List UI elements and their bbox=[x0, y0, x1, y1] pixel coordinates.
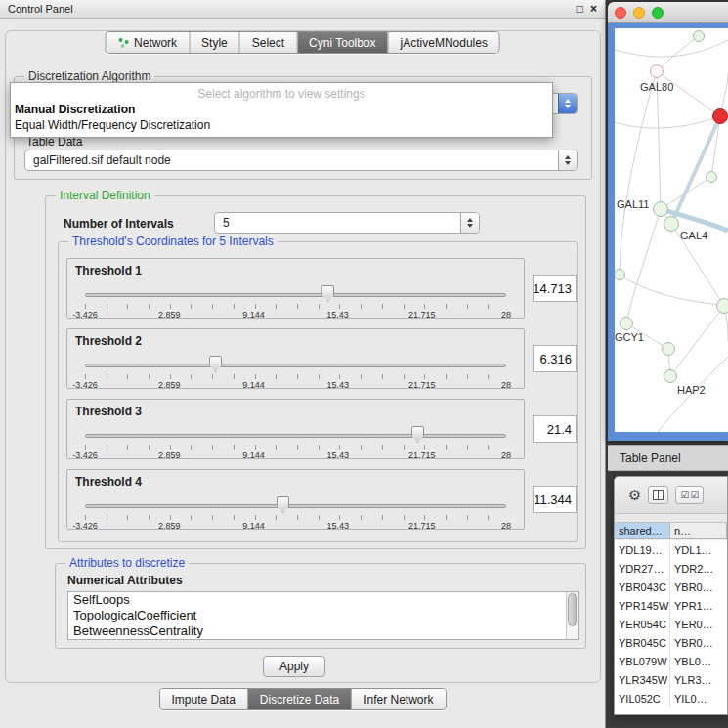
scale-label: 28 bbox=[501, 310, 511, 320]
threshold-value-field[interactable]: 6.316 bbox=[533, 345, 577, 372]
float-window-icon[interactable]: □ bbox=[577, 2, 583, 16]
slider-handle[interactable] bbox=[411, 426, 424, 443]
list-item[interactable]: BetweennessCentrality bbox=[68, 623, 578, 639]
node-label: HAP2 bbox=[677, 384, 706, 396]
algorithm-option[interactable]: Manual Discretization bbox=[11, 102, 552, 117]
scrollbar-thumb[interactable] bbox=[568, 593, 577, 626]
scale-label: 21.715 bbox=[408, 450, 436, 460]
tab-label: jActiveMNodules bbox=[401, 36, 488, 50]
num-intervals-combobox[interactable]: 5 bbox=[214, 212, 480, 234]
network-node[interactable] bbox=[712, 108, 728, 124]
slider-handle[interactable] bbox=[209, 356, 222, 372]
network-node[interactable] bbox=[693, 30, 705, 42]
list-scrollbar[interactable] bbox=[566, 592, 578, 639]
list-item[interactable]: SelfLoops bbox=[68, 592, 578, 608]
cell-shared-name: YER054C bbox=[615, 615, 670, 633]
checkbox-icon: ☑ bbox=[680, 491, 689, 500]
tab-jactivemnodules[interactable]: jActiveMNodules bbox=[388, 32, 499, 53]
tab-select[interactable]: Select bbox=[239, 32, 296, 53]
close-traffic-light-icon[interactable] bbox=[615, 7, 626, 19]
algorithm-options: Manual DiscretizationEqual Width/Frequen… bbox=[11, 102, 552, 133]
network-icon bbox=[117, 37, 129, 49]
algorithm-dropdown-popup: Select algorithm to view settings Manual… bbox=[10, 82, 553, 138]
num-intervals-value: 5 bbox=[215, 213, 460, 233]
combobox-stepper-icon[interactable] bbox=[558, 94, 577, 113]
thresholds-group: Threshold's Coordinates for 5 Intervals … bbox=[58, 241, 578, 542]
threshold-value-field[interactable]: 21.4 bbox=[533, 415, 577, 443]
combobox-stepper-icon[interactable] bbox=[558, 150, 577, 170]
network-node[interactable] bbox=[620, 317, 633, 330]
table-row[interactable]: YPR145WYPR1… bbox=[615, 596, 727, 615]
cell-name: YER0… bbox=[670, 615, 727, 633]
threshold-slider[interactable]: -3.4262.8599.14415.4321.71528 bbox=[85, 284, 506, 318]
numerical-attributes-list[interactable]: SelfLoopsTopologicalCoefficientBetweenne… bbox=[67, 591, 579, 640]
table-row[interactable]: YBL079WYBL0… bbox=[615, 652, 727, 670]
network-window-titlebar[interactable] bbox=[608, 2, 728, 23]
table-data-combobox[interactable]: galFiltered.sif default node bbox=[24, 150, 578, 171]
tab-label: Cyni Toolbox bbox=[309, 36, 375, 50]
apply-button[interactable]: Apply bbox=[263, 656, 325, 677]
list-item[interactable]: TopologicalCoefficient bbox=[68, 608, 578, 623]
combobox-stepper-icon[interactable] bbox=[460, 213, 479, 233]
table-row[interactable]: YDL19…YDL1… bbox=[615, 540, 727, 559]
threshold-label: Threshold 1 bbox=[75, 264, 142, 278]
column-layout-button[interactable] bbox=[648, 486, 668, 504]
tab-infer-network[interactable]: Infer Network bbox=[351, 689, 445, 709]
slider-handle[interactable] bbox=[277, 496, 289, 513]
threshold-value-field[interactable]: 11.344 bbox=[533, 486, 577, 513]
threshold-slider[interactable]: -3.4262.8599.14415.4321.71528 bbox=[85, 355, 506, 388]
network-node[interactable] bbox=[653, 201, 668, 217]
slider-track[interactable] bbox=[85, 434, 506, 438]
attribute-items: SelfLoopsTopologicalCoefficientBetweenne… bbox=[68, 592, 578, 639]
network-node[interactable] bbox=[706, 171, 717, 183]
minimize-traffic-light-icon[interactable] bbox=[633, 7, 645, 19]
scale-label: 15.43 bbox=[326, 521, 349, 531]
tab-label: Select bbox=[252, 36, 284, 50]
table-row[interactable]: YBR045CYBR0… bbox=[615, 633, 727, 652]
cell-name: YBR0… bbox=[670, 578, 727, 596]
network-canvas[interactable]: GAL80GAL11GAL4GCY1HAP2 bbox=[615, 28, 728, 432]
select-columns-button[interactable]: ☑ ☑ bbox=[675, 486, 704, 504]
cell-shared-name: YIL052C bbox=[615, 689, 670, 707]
column-header-shared-name[interactable]: shared… bbox=[615, 523, 670, 538]
threshold-value-field[interactable]: 14.713 bbox=[533, 275, 577, 302]
cell-shared-name: YBR043C bbox=[615, 578, 670, 596]
network-node[interactable] bbox=[650, 64, 664, 78]
scale-label: 2.859 bbox=[158, 450, 181, 460]
network-view-window: GAL80GAL11GAL4GCY1HAP2 bbox=[608, 2, 728, 441]
zoom-traffic-light-icon[interactable] bbox=[652, 7, 664, 19]
slider-scale: -3.4262.8599.14415.4321.71528 bbox=[85, 380, 506, 391]
control-panel-titlebar[interactable]: Control Panel □ × bbox=[0, 0, 605, 19]
slider-ticks bbox=[85, 304, 506, 309]
network-node[interactable] bbox=[664, 369, 677, 383]
tab-impute-data[interactable]: Impute Data bbox=[159, 689, 246, 709]
tab-cyni-toolbox[interactable]: Cyni Toolbox bbox=[296, 32, 387, 53]
tab-style[interactable]: Style bbox=[189, 32, 239, 53]
close-window-icon[interactable]: × bbox=[590, 2, 597, 16]
table-row[interactable]: YER054CYER0… bbox=[615, 615, 727, 633]
table-row[interactable]: YBR043CYBR0… bbox=[615, 578, 727, 596]
table-row[interactable]: YLR345WYLR3… bbox=[615, 670, 727, 689]
network-node[interactable] bbox=[716, 298, 728, 314]
slider-scale: -3.4262.8599.14415.4321.71528 bbox=[85, 310, 506, 321]
network-node[interactable] bbox=[664, 216, 679, 232]
algorithm-placeholder-option[interactable]: Select algorithm to view settings bbox=[11, 86, 552, 102]
network-node[interactable] bbox=[662, 342, 675, 356]
interval-definition-group: Interval Definition Number of Intervals … bbox=[45, 195, 586, 549]
table-row[interactable]: YIL052CYIL0… bbox=[615, 689, 727, 707]
column-header-name[interactable]: n… bbox=[670, 523, 727, 538]
cell-name: YBL0… bbox=[670, 652, 727, 670]
tab-network[interactable]: Network bbox=[106, 32, 189, 53]
slider-handle[interactable] bbox=[321, 285, 334, 302]
slider-track[interactable] bbox=[85, 504, 506, 508]
table-row[interactable]: YDR27…YDR2… bbox=[615, 559, 727, 578]
slider-track[interactable] bbox=[85, 364, 506, 367]
threshold-slider[interactable]: -3.4262.8599.14415.4321.71528 bbox=[85, 495, 506, 529]
threshold-row: Threshold 2-3.4262.8599.14415.4321.71528… bbox=[66, 328, 577, 389]
gear-icon[interactable]: ⚙ bbox=[628, 488, 641, 502]
tab-discretize-data[interactable]: Discretize Data bbox=[247, 689, 351, 709]
threshold-label: Threshold 3 bbox=[75, 405, 142, 418]
slider-track[interactable] bbox=[85, 293, 506, 297]
threshold-slider[interactable]: -3.4262.8599.14415.4321.71528 bbox=[85, 425, 506, 458]
algorithm-option[interactable]: Equal Width/Frequency Discretization bbox=[11, 117, 552, 133]
